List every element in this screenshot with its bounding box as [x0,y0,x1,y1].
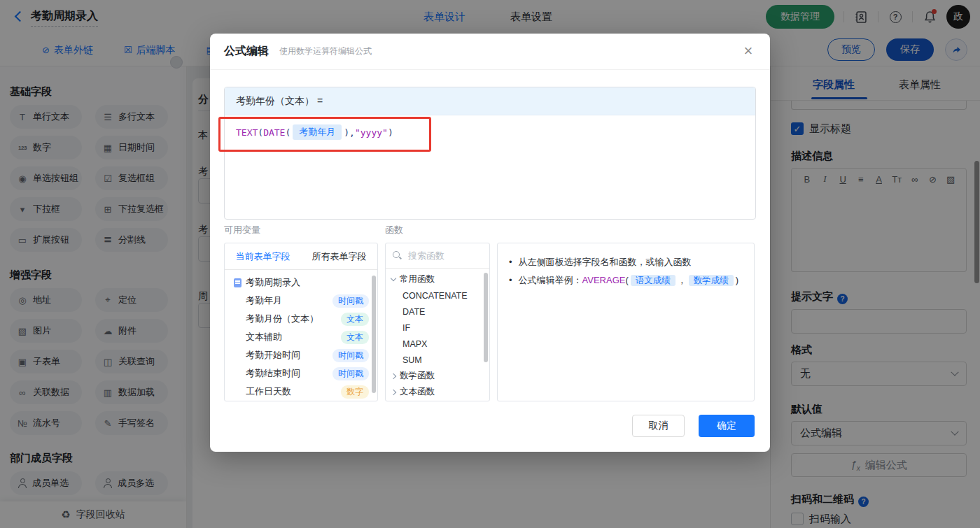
close-icon[interactable]: × [739,42,757,60]
field-chip[interactable]: 数学成绩 [689,275,734,286]
variable-name: 文本辅助 [246,331,282,343]
variables-panel: 当前表单字段 所有表单字段 考勤周期录入 考勤年月时间戳考勤月份（文本）文本文本… [224,243,378,401]
function-token: DATE [263,127,285,138]
tip-item: • 从左侧面板选择字段名和函数，或输入函数 [509,253,743,271]
function-search-input[interactable] [407,250,477,262]
function-group[interactable]: 常用函数 [386,271,489,287]
tab-current-form-fields[interactable]: 当前表单字段 [225,243,301,269]
variable-row[interactable]: 文本辅助文本 [225,328,377,346]
field-chip[interactable]: 考勤年月 [293,124,342,140]
punct-token: ( [625,275,628,285]
form-node[interactable]: 考勤周期录入 [225,273,377,292]
formula-target: 考勤年份（文本） = [225,87,755,115]
punct-token: ) [388,127,393,138]
variable-row[interactable]: 考勤年月时间戳 [225,292,377,310]
formula-editor[interactable]: 考勤年份（文本） = TEXT(DATE(考勤年月),"yyyy") [224,87,756,220]
modal-header: 公式编辑 使用数学运算符编辑公式 × [210,34,770,70]
punct-token: ) [736,275,738,285]
formula-modal: 公式编辑 使用数学运算符编辑公式 × 考勤年份（文本） = TEXT(DATE(… [210,34,770,452]
field-chip[interactable]: 语文成绩 [631,275,676,286]
cancel-button[interactable]: 取消 [632,415,685,437]
functions-tree: 常用函数CONCATENATEDATEIFMAPXSUM数学函数文本函数 [386,269,489,400]
modal-subtitle: 使用数学运算符编辑公式 [279,45,372,57]
form-node-label: 考勤周期录入 [246,276,300,289]
search-icon [393,251,402,260]
function-label: MAPX [402,339,427,349]
tips-panel: • 从左侧面板选择字段名和函数，或输入函数 • 公式编辑举例：AVERAGE(语… [497,243,755,401]
variable-name: 考勤年月 [246,294,282,307]
variable-row[interactable]: 工作日天数数字 [225,383,377,401]
punct-token: ( [285,127,290,138]
function-token: AVERAGE [582,275,626,285]
variable-row[interactable]: 考勤结束时间时间戳 [225,364,377,383]
chevron-down-icon [391,276,396,281]
formula-code[interactable]: TEXT(DATE(考勤年月),"yyyy") [225,115,755,149]
variables-label: 可用变量 [224,224,260,236]
modal-title: 公式编辑 [224,44,269,59]
form-doc-icon [234,278,241,287]
function-search [386,243,489,269]
type-badge: 文本 [341,313,369,326]
function-label: SUM [402,355,422,365]
function-item[interactable]: DATE [386,304,489,320]
functions-label: 函数 [385,224,403,236]
variable-row[interactable]: 考勤开始时间时间戳 [225,346,377,364]
variables-scrollbar[interactable] [372,276,376,393]
function-label: 文本函数 [400,386,435,398]
tip-item: • 公式编辑举例：AVERAGE(语文成绩，数学成绩) [509,271,743,290]
function-group[interactable]: 数学函数 [386,368,489,384]
variable-name: 考勤开始时间 [246,349,300,362]
ok-button[interactable]: 确定 [699,415,755,437]
chevron-right-icon [391,389,396,394]
function-group[interactable]: 文本函数 [386,384,489,400]
variable-name: 考勤结束时间 [246,367,300,380]
type-badge: 文本 [341,331,369,344]
function-label: CONCATENATE [402,291,468,301]
type-badge: 时间戳 [332,367,369,380]
function-label: 数学函数 [400,370,435,382]
variable-name: 工作日天数 [246,385,291,398]
punct-token: ( [258,127,263,138]
variables-tabs: 当前表单字段 所有表单字段 [225,243,377,270]
variables-tree: 考勤周期录入 考勤年月时间戳考勤月份（文本）文本文本辅助文本考勤开始时间时间戳考… [225,270,377,401]
app-window: 考勤周期录入 表单设计 表单设置 数据管理 ? 政 ⊘表单外链☒后端脚本▤数据权… [0,0,980,528]
function-label: 常用函数 [400,273,435,285]
tab-all-form-fields[interactable]: 所有表单字段 [301,243,377,269]
type-badge: 时间戳 [332,294,369,308]
type-badge: 时间戳 [332,349,369,362]
type-badge: 数字 [341,385,369,399]
functions-panel: 常用函数CONCATENATEDATEIFMAPXSUM数学函数文本函数 [385,243,490,401]
function-item[interactable]: CONCATENATE [386,287,489,304]
function-item[interactable]: IF [386,320,489,336]
function-label: IF [402,323,410,333]
string-token: "yyyy" [355,127,388,138]
function-token: TEXT [236,127,258,138]
punct-token: ， [678,275,687,285]
punct-token: ), [344,127,355,138]
functions-scrollbar[interactable] [484,273,488,362]
variable-name: 考勤月份（文本） [246,313,318,325]
function-item[interactable]: SUM [386,352,489,368]
function-label: DATE [402,307,425,317]
chevron-right-icon [391,373,396,378]
variable-row[interactable]: 考勤月份（文本）文本 [225,310,377,328]
formula-example: AVERAGE(语文成绩，数学成绩) [582,275,739,285]
function-item[interactable]: MAPX [386,336,489,352]
